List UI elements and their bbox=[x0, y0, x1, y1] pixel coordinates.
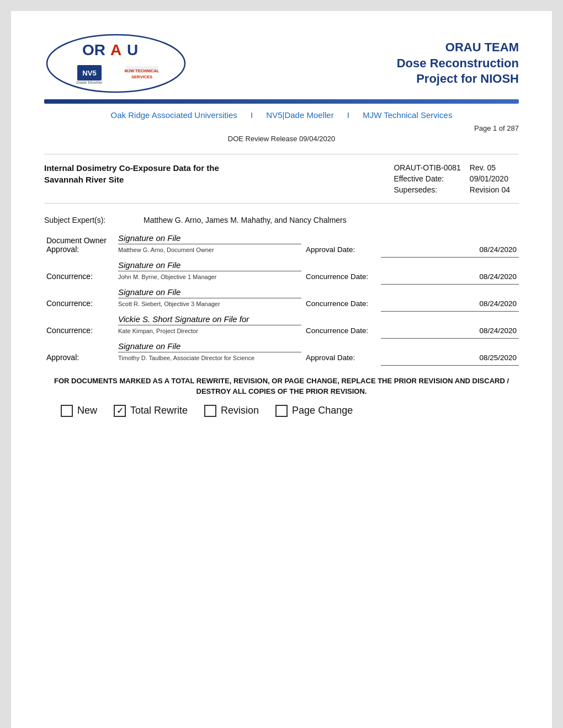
signature-row-4: Approval: Signature on File Timothy D. T… bbox=[44, 338, 519, 365]
checkbox-item-3[interactable]: Page Change bbox=[275, 405, 353, 417]
subtitle-sep2: I bbox=[347, 110, 349, 120]
sig-role-2: Concurrence: bbox=[44, 284, 116, 311]
sig-name-4: Timothy D. Taulbee, Associate Director f… bbox=[118, 355, 254, 361]
document-title: Internal Dosimetry Co-Exposure Data for … bbox=[44, 162, 232, 185]
sig-text-0: Signature on File bbox=[118, 233, 301, 244]
svg-text:U: U bbox=[127, 41, 138, 58]
sig-date-value-3: 08/24/2020 bbox=[381, 311, 519, 338]
notice-box: FOR DOCUMENTS MARKED AS A TOTAL REWRITE,… bbox=[44, 376, 519, 397]
sig-block-3: Vickie S. Short Signature on File for Ka… bbox=[116, 311, 304, 338]
subtitle-row: Oak Ridge Associated Universities I NV5|… bbox=[44, 110, 519, 120]
sig-text-4: Signature on File bbox=[118, 341, 301, 352]
sig-date-label-0: Approval Date: bbox=[304, 230, 381, 257]
checkbox-item-2[interactable]: Revision bbox=[204, 405, 259, 417]
sig-block-4: Signature on File Timothy D. Taulbee, As… bbox=[116, 338, 304, 365]
page-number: Page 1 of 287 bbox=[44, 124, 519, 132]
signature-row-0: Document Owner Approval: Signature on Fi… bbox=[44, 230, 519, 257]
sig-text-3: Vickie S. Short Signature on File for bbox=[118, 314, 301, 325]
signatures-table: Document Owner Approval: Signature on Fi… bbox=[44, 230, 519, 366]
subject-experts-row: Subject Expert(s): Matthew G. Arno, Jame… bbox=[44, 216, 519, 224]
sig-name-2: Scott R. Siebert, Objective 3 Manager bbox=[118, 301, 220, 307]
orau-team-title: ORAU TEAM Dose Reconstruction Project fo… bbox=[397, 40, 519, 87]
sig-role-3: Concurrence: bbox=[44, 311, 116, 338]
sig-date-label-1: Concurrence Date: bbox=[304, 257, 381, 284]
checkbox-label-3: Page Change bbox=[292, 405, 353, 416]
svg-text:OR: OR bbox=[82, 41, 105, 58]
sig-block-2: Signature on File Scott R. Siebert, Obje… bbox=[116, 284, 304, 311]
document-title-block: Internal Dosimetry Co-Exposure Data for … bbox=[44, 162, 232, 185]
sig-date-label-2: Concurrence Date: bbox=[304, 284, 381, 311]
checkbox-label-1: Total Rewrite bbox=[130, 405, 188, 416]
subject-experts-label: Subject Expert(s): bbox=[44, 216, 132, 224]
doc-rev: Rev. 05 bbox=[470, 162, 519, 173]
checkbox-row: New ✓ Total Rewrite Revision Page Change bbox=[61, 405, 519, 417]
signature-row-2: Concurrence: Signature on File Scott R. … bbox=[44, 284, 519, 311]
sig-role-1: Concurrence: bbox=[44, 257, 116, 284]
title-line1: ORAU TEAM bbox=[445, 40, 519, 54]
checkbox-item-0[interactable]: New bbox=[61, 405, 97, 417]
svg-text:SERVICES: SERVICES bbox=[131, 74, 152, 79]
svg-text:NV5: NV5 bbox=[82, 69, 96, 77]
checkbox-box-1[interactable]: ✓ bbox=[114, 405, 126, 417]
checkbox-box-2[interactable] bbox=[204, 405, 216, 417]
sig-date-value-0: 08/24/2020 bbox=[381, 230, 519, 257]
signature-row-3: Concurrence: Vickie S. Short Signature o… bbox=[44, 311, 519, 338]
subtitle-mjw: MJW Technical Services bbox=[363, 110, 452, 120]
sig-role-0: Document Owner Approval: bbox=[44, 230, 116, 257]
sig-text-2: Signature on File bbox=[118, 287, 301, 298]
effective-date-label: Effective Date: bbox=[394, 173, 469, 184]
checkbox-label-0: New bbox=[77, 405, 97, 416]
supersedes-value: Revision 04 bbox=[470, 184, 519, 195]
subject-experts-value: Matthew G. Arno, James M. Mahathy, and N… bbox=[144, 216, 347, 224]
logo-area: OR A U NV5 Dade Moeller MJW TECHNICAL SE… bbox=[44, 33, 188, 94]
checkbox-box-3[interactable] bbox=[275, 405, 288, 417]
notice-text: FOR DOCUMENTS MARKED AS A TOTAL REWRITE,… bbox=[54, 377, 509, 396]
header-divider bbox=[44, 99, 519, 104]
checkbox-item-1[interactable]: ✓ Total Rewrite bbox=[114, 405, 188, 417]
title-line3: Project for NIOSH bbox=[416, 72, 519, 85]
document-info-section: Internal Dosimetry Co-Exposure Data for … bbox=[44, 154, 519, 204]
svg-text:MJW TECHNICAL: MJW TECHNICAL bbox=[125, 68, 160, 73]
signature-row-1: Concurrence: Signature on File John M. B… bbox=[44, 257, 519, 284]
sig-name-3: Kate Kimpan, Project Director bbox=[118, 328, 198, 334]
sig-date-value-2: 08/24/2020 bbox=[381, 284, 519, 311]
subtitle-sep1: I bbox=[251, 110, 253, 120]
document-page: OR A U NV5 Dade Moeller MJW TECHNICAL SE… bbox=[11, 11, 552, 728]
checkbox-box-0[interactable] bbox=[61, 405, 73, 417]
sig-block-0: Signature on File Matthew G. Arno, Docum… bbox=[116, 230, 304, 257]
sig-block-1: Signature on File John M. Byrne, Objecti… bbox=[116, 257, 304, 284]
sig-text-1: Signature on File bbox=[118, 260, 301, 271]
sig-date-label-4: Approval Date: bbox=[304, 338, 381, 365]
svg-text:A: A bbox=[110, 41, 121, 58]
document-meta-block: ORAUT-OTIB-0081 Rev. 05 Effective Date: … bbox=[394, 162, 519, 195]
sig-date-value-1: 08/24/2020 bbox=[381, 257, 519, 284]
sig-name-0: Matthew G. Arno, Document Owner bbox=[118, 247, 214, 253]
sig-role-4: Approval: bbox=[44, 338, 116, 365]
subtitle-nv5: NV5|Dade Moeller bbox=[266, 110, 333, 120]
sig-name-1: John M. Byrne, Objective 1 Manager bbox=[118, 274, 217, 280]
svg-text:Dade Moeller: Dade Moeller bbox=[76, 80, 103, 85]
sig-date-label-3: Concurrence Date: bbox=[304, 311, 381, 338]
title-line2: Dose Reconstruction bbox=[397, 56, 519, 70]
subtitle-orau: Oak Ridge Associated Universities bbox=[111, 110, 237, 120]
page-header: OR A U NV5 Dade Moeller MJW TECHNICAL SE… bbox=[44, 33, 519, 94]
checkbox-label-2: Revision bbox=[221, 405, 259, 416]
effective-date-value: 09/01/2020 bbox=[470, 173, 519, 184]
sig-date-value-4: 08/25/2020 bbox=[381, 338, 519, 365]
doe-review-line: DOE Review Release 09/04/2020 bbox=[44, 135, 519, 143]
doc-number: ORAUT-OTIB-0081 bbox=[394, 162, 469, 173]
supersedes-label: Supersedes: bbox=[394, 184, 469, 195]
